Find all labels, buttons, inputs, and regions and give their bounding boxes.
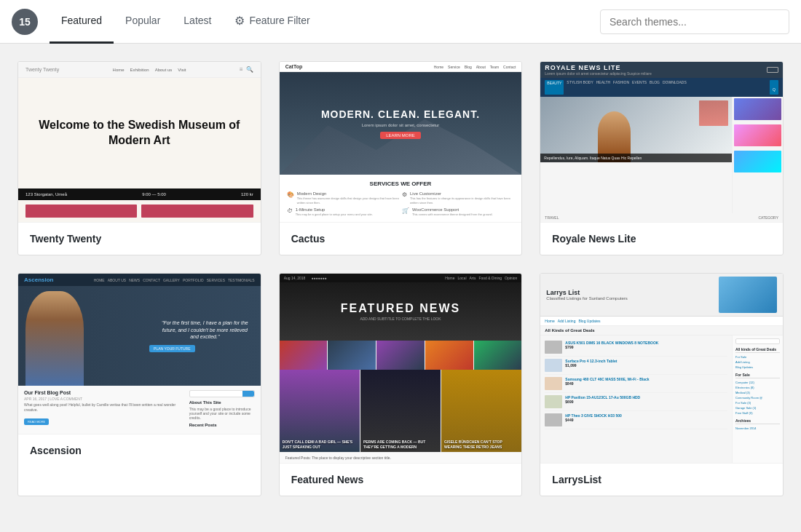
- ll-listing-2: Surface Pro 4 12.3-inch Tablet $1,099: [545, 357, 727, 375]
- theme-name-twenty-twenty: Twenty Twenty: [18, 222, 261, 255]
- royale-sidebar-item-3: [734, 151, 781, 172]
- theme-card-larryslist[interactable]: Larrys List Classified Listings for Sunl…: [540, 273, 784, 496]
- cactus-cta: LEARN MORE: [380, 132, 421, 139]
- ll-sidebar-archives-title: Archives: [735, 418, 780, 424]
- royale-footer-category: CATEGORY: [758, 215, 778, 220]
- fn-thumbnails: [280, 341, 522, 370]
- cactus-nav-items: Home Service Blog About Team Contact: [434, 65, 516, 69]
- tt-nav: Home Exhibition About us Visit: [113, 68, 186, 72]
- ll-address: Classified Listings for Sunland Computer…: [546, 296, 627, 301]
- royale-search-btn: Q: [770, 80, 778, 95]
- tt-red-blocks: [18, 200, 261, 222]
- tab-bar: Featured Popular Latest ⚙ Feature Filter: [50, 0, 600, 44]
- tt-header: Twenty Twenty Home Exhibition About us V…: [18, 62, 261, 78]
- royale-content: Repellendus, Iure, Aliquam. Itaque Natus…: [540, 97, 783, 213]
- fn-date-nav: Aug 14, 2018 ●●●●●●●: [284, 276, 327, 280]
- theme-screenshot-royale: ROYALE NEWS LITE Lorem ipsum dolor sit a…: [540, 62, 783, 222]
- cactus-hero-content: MODERN. CLEAN. ELEGANT. Lorem ipsum dolo…: [321, 108, 480, 139]
- royale-caption: Repellendus, Iure, Aliquam. Itaque Natus…: [540, 154, 732, 162]
- tt-menu-icon: ≡: [240, 66, 243, 73]
- ll-listings: ASUS K501 DIMS 16 BLACK WINDOWS 8 NOTEBO…: [540, 336, 732, 463]
- tt-info-bar: 123 Storgatan, Umeå 9:00 — 5:00 120 kr: [18, 188, 261, 200]
- asc-sidebar-text: This may be a good place to introduce yo…: [189, 407, 255, 420]
- ll-listing-5: HP Theo 3 GIVE SHOCK H33 500 $449: [545, 411, 727, 429]
- gear-icon: ⚙: [234, 14, 245, 28]
- fn-hero: FEATURED NEWS ADD AND SUBTITLE TO COMPLE…: [280, 282, 522, 341]
- ll-sidebar-categories-title: All kinds of Great Deals: [735, 347, 780, 353]
- royale-nav-social: DOWNLOADS: [663, 80, 687, 95]
- tt-site-name: Twenty Twenty: [25, 67, 59, 72]
- tab-featured[interactable]: Featured: [50, 0, 114, 44]
- theme-card-featured-news[interactable]: Aug 14, 2018 ●●●●●●● Home Local Arts Foo…: [279, 273, 523, 496]
- fn-hero-headline: FEATURED NEWS: [341, 302, 460, 315]
- ll-sidebar-search: [735, 338, 780, 344]
- asc-blog-left: Our First Blog Post APR 16, 2017 | LOVE …: [24, 390, 185, 429]
- royale-main: Repellendus, Iure, Aliquam. Itaque Natus…: [540, 97, 732, 213]
- asc-hero: "For the first time, I have a plan for t…: [18, 286, 261, 386]
- tt-red-block-1: [25, 205, 137, 218]
- royale-nav-events: FASHION: [613, 80, 629, 95]
- theme-card-cactus[interactable]: CatTop Home Service Blog About Team Cont…: [279, 61, 523, 255]
- royale-nav-blog: EVENTS: [632, 80, 647, 95]
- cactus-service-icon-3: ⏱: [287, 207, 293, 216]
- asc-post-meta: APR 16, 2017 | LOVE A COMMENT: [24, 397, 185, 401]
- asc-logo: Ascension: [24, 277, 53, 283]
- ll-listing-4: HP Pavilion 15-AU123CL 17-Au 500GB HDD $…: [545, 393, 727, 411]
- ll-logo-area: Larrys List Classified Listings for Sunl…: [546, 289, 627, 301]
- theme-screenshot-cactus: CatTop Home Service Blog About Team Cont…: [280, 62, 522, 222]
- tt-headline: Welcome to the Swedish Museum of Modern …: [25, 118, 253, 148]
- ll-listing-info-4: HP Pavilion 15-AU123CL 17-Au 500GB HDD $…: [565, 395, 640, 404]
- ll-logo: Larrys List: [546, 289, 627, 296]
- fn-thumb-4: [425, 341, 473, 370]
- asc-quote: "For the first time, I have a plan for t…: [161, 319, 248, 341]
- royale-top-title: ROYALE NEWS LITE: [545, 64, 651, 71]
- cactus-services-grid: 🎨 Modern DesignThis theme has awesome de…: [287, 191, 515, 216]
- fn-feature-3: GISELE BÜNDCHEN CAN'T STOP WEARING THESE…: [441, 370, 521, 452]
- cactus-brand: CatTop: [285, 64, 303, 69]
- ll-sidebar-archives: Archives November 2014: [735, 418, 780, 431]
- fn-hero-subtext: ADD AND SUBTITLE TO COMPLETE THE LOOK: [360, 317, 441, 321]
- cactus-nav: CatTop Home Service Blog About Team Cont…: [280, 62, 522, 72]
- theme-card-ascension[interactable]: Ascension HOME ABOUT US NEWS CONTACT GAL…: [17, 273, 261, 496]
- cactus-service-icon-4: 🛒: [402, 207, 409, 216]
- royale-tagline: Lorem ipsum dolor sit amet consectetur a…: [545, 71, 651, 76]
- search-input[interactable]: [600, 9, 789, 34]
- theme-screenshot-twenty-twenty: Twenty Twenty Home Exhibition About us V…: [18, 62, 261, 222]
- theme-card-twenty-twenty[interactable]: Twenty Twenty Home Exhibition About us V…: [17, 61, 261, 255]
- theme-screenshot-featured-news: Aug 14, 2018 ●●●●●●● Home Local Arts Foo…: [280, 274, 522, 463]
- royale-nav-beauty: BEAUTY: [545, 80, 564, 95]
- theme-card-royale[interactable]: ROYALE NEWS LITE Lorem ipsum dolor sit a…: [540, 61, 784, 255]
- tt-hero: Welcome to the Swedish Museum of Modern …: [18, 78, 261, 188]
- feature-filter-label: Feature Filter: [249, 15, 309, 26]
- fn-feature-label-1: DON'T CALL DEMI A BAD GIRL — SHE'S JUST …: [283, 440, 357, 449]
- theme-name-ascension: Ascension: [18, 434, 261, 467]
- fn-thumb-2: [328, 341, 376, 370]
- theme-name-larryslist: LarrysList: [540, 463, 783, 496]
- ll-listing-info-3: Samsung 460 CLT 46C MASS 500E, Wi-Fi - B…: [565, 377, 649, 386]
- fn-feature-1: DON'T CALL DEMI A BAD GIRL — SHE'S JUST …: [280, 370, 360, 452]
- royale-nav-fashion: HEALTH: [596, 80, 610, 95]
- tab-popular[interactable]: Popular: [114, 0, 172, 44]
- asc-search-btn: [242, 391, 254, 397]
- theme-name-cactus: Cactus: [280, 222, 522, 255]
- ll-listing-1: ASUS K501 DIMS 16 BLACK WINDOWS 8 NOTEBO…: [545, 338, 727, 357]
- ll-sidebar: All kinds of Great Deals For Sale Add Li…: [732, 336, 783, 463]
- fn-nav: Home Local Arts Food & Dining Opinion: [445, 276, 517, 280]
- fn-feature-label-3: GISELE BÜNDCHEN CAN'T STOP WEARING THESE…: [444, 440, 518, 449]
- header: 15 Featured Popular Latest ⚙ Feature Fil…: [0, 0, 801, 44]
- tab-feature-filter[interactable]: ⚙ Feature Filter: [223, 0, 321, 44]
- royale-sidebar-item-2: [734, 124, 781, 146]
- theme-count-badge: 15: [12, 9, 38, 35]
- royale-nav: BEAUTY STYLISH BODY HEALTH FASHION EVENT…: [540, 78, 783, 97]
- ll-content: ASUS K501 DIMS 16 BLACK WINDOWS 8 NOTEBO…: [540, 336, 783, 463]
- ll-listing-thumb-4: [545, 395, 562, 408]
- ll-sidebar-forsale-title: For Sale: [735, 373, 780, 378]
- ll-listing-3: Samsung 460 CLT 46C MASS 500E, Wi-Fi - B…: [545, 375, 727, 393]
- theme-screenshot-ascension: Ascension HOME ABOUT US NEWS CONTACT GAL…: [18, 274, 261, 434]
- asc-post-title: Our First Blog Post: [24, 390, 185, 395]
- cactus-service-2: ⚙ Live CustomizerThis has the features t…: [402, 191, 514, 205]
- fn-feature-2: PERMS ARE COMING BACK — BUT THEY'RE GETT…: [360, 370, 441, 452]
- cactus-services: SERVICES WE OFFER 🎨 Modern DesignThis th…: [280, 175, 522, 222]
- tab-latest[interactable]: Latest: [172, 0, 223, 44]
- royale-footer-travel: TRAVEL: [545, 215, 559, 220]
